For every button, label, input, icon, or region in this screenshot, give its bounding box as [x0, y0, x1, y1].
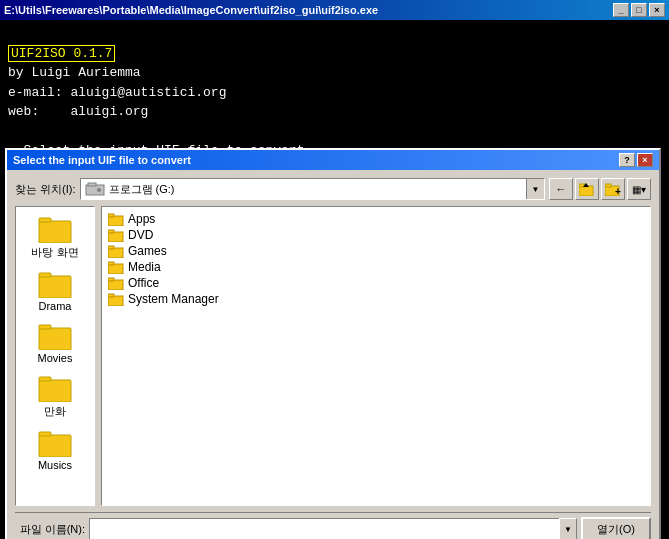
location-combo[interactable]: 프로그램 (G:) ▼ [80, 178, 546, 200]
svg-rect-7 [605, 184, 611, 187]
filename-combo-wrapper: ▼ [89, 518, 577, 539]
minimize-button[interactable]: _ [613, 3, 629, 17]
view-button[interactable]: ▦▾ [627, 178, 651, 200]
terminal-line-email: e-mail: aluigi@autistici.org [8, 83, 661, 103]
version-highlight: UIF2ISO 0.1.7 [8, 45, 115, 62]
filename-row: 파일 이름(N): ▼ 열기(O) [15, 517, 651, 539]
dialog-titlebar: Select the input UIF file to convert ? × [7, 150, 659, 170]
svg-rect-26 [108, 262, 114, 265]
location-bar: 찾는 위치(I): 프로그램 (G:) ▼ ← [15, 178, 651, 200]
svg-rect-12 [39, 273, 51, 277]
drive-icon [85, 182, 105, 196]
drama-label: Drama [38, 300, 71, 312]
help-button[interactable]: ? [619, 153, 635, 167]
svg-rect-11 [39, 276, 71, 298]
musics-folder-icon [37, 427, 73, 457]
file-name-games: Games [128, 244, 167, 258]
svg-rect-14 [39, 325, 51, 329]
terminal-line-empty2 [8, 122, 661, 142]
file-name-system-manager: System Manager [128, 292, 219, 306]
folder-icon-games [108, 244, 124, 258]
terminal-content: UIF2ISO 0.1.7 by Luigi Auriemma e-mail: … [0, 20, 669, 160]
location-dropdown-button[interactable]: ▼ [526, 179, 544, 199]
svg-rect-20 [108, 214, 114, 217]
svg-rect-18 [39, 432, 51, 436]
back-button[interactable]: ← [549, 178, 573, 200]
dialog-title: Select the input UIF file to convert [13, 154, 191, 166]
up-folder-button[interactable] [575, 178, 599, 200]
svg-rect-10 [39, 218, 51, 222]
svg-rect-1 [88, 183, 96, 186]
dialog-window: Select the input UIF file to convert ? ×… [5, 148, 661, 539]
close-button[interactable]: × [649, 3, 665, 17]
file-list-panel[interactable]: Apps DVD Games [101, 206, 651, 506]
file-item-games[interactable]: Games [106, 243, 646, 259]
open-button[interactable]: 열기(O) [581, 517, 651, 539]
folder-icon-system-manager [108, 292, 124, 306]
terminal-controls: _ □ × [613, 3, 665, 17]
new-folder-icon: + [605, 182, 621, 196]
folder-icon-media [108, 260, 124, 274]
svg-rect-17 [39, 435, 71, 457]
terminal-title: E:\Utils\Freewares\Portable\Media\ImageC… [4, 4, 378, 16]
file-item-apps[interactable]: Apps [106, 211, 646, 227]
location-text: 프로그램 (G:) [81, 182, 527, 197]
terminal-line-web: web: aluigi.org [8, 102, 661, 122]
comics-label: 만화 [44, 404, 66, 419]
file-item-system-manager[interactable]: System Manager [106, 291, 646, 307]
terminal-line-empty1 [8, 24, 661, 44]
svg-rect-13 [39, 328, 71, 350]
maximize-button[interactable]: □ [631, 3, 647, 17]
svg-rect-24 [108, 246, 114, 249]
up-folder-icon [579, 182, 595, 196]
desktop-label: 바탕 화면 [31, 245, 78, 260]
dialog-content: 찾는 위치(I): 프로그램 (G:) ▼ ← [7, 170, 659, 539]
dialog-close-button[interactable]: × [637, 153, 653, 167]
filename-input[interactable] [89, 518, 559, 539]
svg-rect-28 [108, 278, 114, 281]
shortcut-desktop[interactable]: 바탕 화면 [20, 213, 90, 260]
terminal-titlebar: E:\Utils\Freewares\Portable\Media\ImageC… [0, 0, 669, 20]
back-icon: ← [556, 183, 567, 195]
movies-label: Movies [38, 352, 73, 364]
folder-icon-dvd [108, 228, 124, 242]
file-name-apps: Apps [128, 212, 155, 226]
file-name-office: Office [128, 276, 159, 290]
svg-text:+: + [615, 186, 621, 196]
desktop-folder-icon [37, 213, 73, 243]
svg-rect-30 [108, 294, 114, 297]
movies-folder-icon [37, 320, 73, 350]
file-item-media[interactable]: Media [106, 259, 646, 275]
location-label: 찾는 위치(I): [15, 182, 76, 197]
filename-label: 파일 이름(N): [15, 522, 85, 537]
bottom-area: 파일 이름(N): ▼ 열기(O) 파일 형식(I): UIF file ▼ [15, 517, 651, 539]
view-icon: ▦▾ [632, 184, 646, 195]
comics-folder-icon [37, 372, 73, 402]
svg-rect-16 [39, 377, 51, 381]
folder-icon-apps [108, 212, 124, 226]
separator [15, 512, 651, 513]
toolbar-buttons: ← + ▦▾ [549, 178, 651, 200]
svg-rect-22 [108, 230, 114, 233]
file-item-office[interactable]: Office [106, 275, 646, 291]
location-value: 프로그램 (G:) [109, 182, 175, 197]
file-item-dvd[interactable]: DVD [106, 227, 646, 243]
terminal-line-author: by Luigi Auriemma [8, 63, 661, 83]
folder-icon-office [108, 276, 124, 290]
svg-point-2 [97, 188, 101, 192]
file-name-media: Media [128, 260, 161, 274]
musics-label: Musics [38, 459, 72, 471]
shortcut-comics[interactable]: 만화 [20, 372, 90, 419]
terminal-window: E:\Utils\Freewares\Portable\Media\ImageC… [0, 0, 669, 160]
filename-dropdown-button[interactable]: ▼ [559, 518, 577, 539]
svg-rect-15 [39, 380, 71, 402]
shortcut-drama[interactable]: Drama [20, 268, 90, 312]
main-area: 바탕 화면 Drama Movies [15, 206, 651, 506]
dialog-controls: ? × [619, 153, 653, 167]
file-name-dvd: DVD [128, 228, 153, 242]
svg-rect-9 [39, 221, 71, 243]
shortcut-musics[interactable]: Musics [20, 427, 90, 471]
drama-folder-icon [37, 268, 73, 298]
shortcut-movies[interactable]: Movies [20, 320, 90, 364]
new-folder-button[interactable]: + [601, 178, 625, 200]
